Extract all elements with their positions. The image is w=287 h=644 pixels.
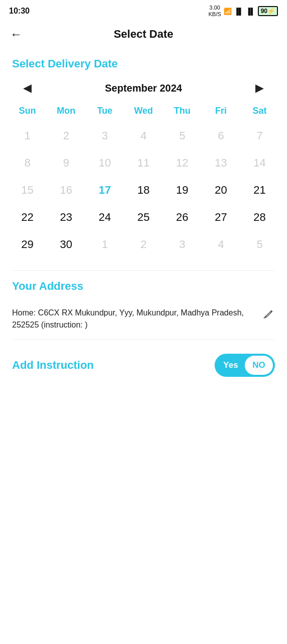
day-header-fri: Fri — [202, 103, 240, 122]
header: ← Select Date — [0, 20, 287, 48]
cal-day: 14 — [240, 149, 279, 177]
cal-day[interactable]: 24 — [85, 204, 124, 231]
cal-day[interactable]: 25 — [124, 204, 163, 231]
cal-day[interactable]: 19 — [163, 177, 202, 204]
cal-day: 13 — [202, 149, 240, 177]
calendar: ◀ September 2024 ▶ Sun Mon Tue Wed Thu F… — [0, 75, 287, 258]
cal-day-today[interactable]: 17 — [85, 177, 124, 204]
battery-indicator: 90⚡ — [258, 6, 278, 16]
instruction-label: Add Instruction — [12, 359, 94, 372]
cal-day-other: 2 — [124, 231, 163, 258]
cal-day[interactable]: 27 — [202, 204, 240, 231]
day-header-sat: Sat — [240, 103, 279, 122]
instruction-toggle[interactable]: Yes NO — [215, 354, 275, 377]
signal-icon: ▐▌ — [234, 8, 243, 15]
cal-day: 12 — [163, 149, 202, 177]
prev-month-button[interactable]: ◀ — [18, 80, 37, 96]
cal-day[interactable]: 30 — [47, 231, 85, 258]
cal-day: 9 — [47, 149, 85, 177]
add-instruction-section: Add Instruction Yes NO — [0, 345, 287, 386]
status-icons: 3.00KB/S 📶 ▐▌ ▐▌ 90⚡ — [209, 5, 278, 18]
address-section-label: Your Address — [0, 271, 287, 298]
signal-icon-2: ▐▌ — [246, 8, 255, 15]
cal-day[interactable]: 20 — [202, 177, 240, 204]
address-text: Home: C6CX RX Mukundpur, Yyy, Mukundpur,… — [12, 307, 257, 331]
address-row: Home: C6CX RX Mukundpur, Yyy, Mukundpur,… — [12, 307, 275, 331]
network-speed-icon: 3.00KB/S — [209, 5, 221, 18]
cal-day[interactable]: 18 — [124, 177, 163, 204]
edit-icon — [263, 309, 274, 320]
delivery-date-section-label: Select Delivery Date — [0, 48, 287, 75]
divider-2 — [12, 339, 275, 340]
cal-day: 4 — [124, 122, 163, 149]
calendar-grid: Sun Mon Tue Wed Thu Fri Sat 1 2 3 4 5 6 … — [8, 103, 279, 258]
cal-day: 15 — [8, 177, 47, 204]
next-month-button[interactable]: ▶ — [250, 80, 269, 96]
calendar-month-year: September 2024 — [105, 83, 182, 94]
cal-day[interactable]: 26 — [163, 204, 202, 231]
cal-day[interactable]: 28 — [240, 204, 279, 231]
status-time: 10:30 — [9, 7, 30, 16]
cal-day: 6 — [202, 122, 240, 149]
cal-day: 7 — [240, 122, 279, 149]
day-header-sun: Sun — [8, 103, 47, 122]
status-bar: 10:30 3.00KB/S 📶 ▐▌ ▐▌ 90⚡ — [0, 0, 287, 20]
cal-day-other: 3 — [163, 231, 202, 258]
toggle-yes-label: Yes — [217, 360, 245, 370]
cal-day[interactable]: 29 — [8, 231, 47, 258]
cal-day[interactable]: 21 — [240, 177, 279, 204]
cal-day: 1 — [8, 122, 47, 149]
day-header-wed: Wed — [124, 103, 163, 122]
day-header-mon: Mon — [47, 103, 85, 122]
day-header-tue: Tue — [85, 103, 124, 122]
edit-address-button[interactable] — [262, 308, 275, 324]
wifi-icon: 📶 — [224, 8, 232, 15]
cal-day: 3 — [85, 122, 124, 149]
day-header-thu: Thu — [163, 103, 202, 122]
page-title: Select Date — [26, 28, 261, 41]
cal-day-other: 5 — [240, 231, 279, 258]
cal-day: 8 — [8, 149, 47, 177]
address-section: Home: C6CX RX Mukundpur, Yyy, Mukundpur,… — [0, 298, 287, 339]
cal-day: 10 — [85, 149, 124, 177]
cal-day: 2 — [47, 122, 85, 149]
cal-day-other: 1 — [85, 231, 124, 258]
toggle-no-label: NO — [245, 360, 273, 370]
cal-day: 5 — [163, 122, 202, 149]
cal-day[interactable]: 22 — [8, 204, 47, 231]
cal-day-other: 4 — [202, 231, 240, 258]
cal-day: 16 — [47, 177, 85, 204]
cal-day[interactable]: 23 — [47, 204, 85, 231]
cal-day: 11 — [124, 149, 163, 177]
calendar-nav: ◀ September 2024 ▶ — [8, 75, 279, 103]
back-button[interactable]: ← — [10, 25, 26, 43]
